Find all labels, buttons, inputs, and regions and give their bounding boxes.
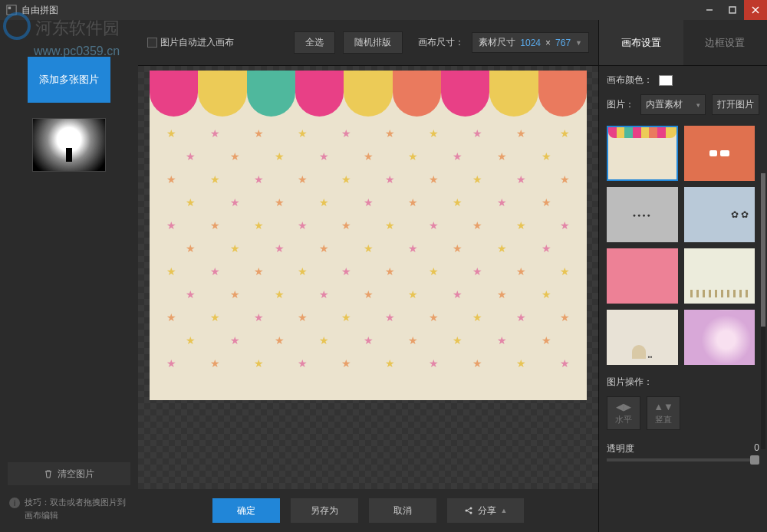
template-item[interactable] [607,187,678,242]
flip-v-icon: ▲▼ [653,401,673,412]
chevron-down-icon: ▾ [696,101,700,109]
svg-rect-3 [729,7,736,13]
opacity-slider[interactable] [607,458,759,461]
app-icon [6,5,17,15]
canvas-size-dropdown[interactable]: 素材尺寸 1024 × 767 ▼ [472,32,589,53]
right-panel: 画布设置 边框设置 画布颜色： 图片： 内置素材 ▾ 打开图片 [598,20,767,532]
image-source-dropdown[interactable]: 内置素材 ▾ [640,94,706,115]
flip-vertical-button[interactable]: ▲▼ 竖直 [647,396,680,430]
trash-icon [44,469,53,478]
chevron-up-icon: ▲ [501,507,508,514]
flip-horizontal-button[interactable]: ◀▶ 水平 [607,396,640,430]
cancel-button[interactable]: 取消 [369,498,436,523]
template-item[interactable] [684,187,755,242]
canvas-color-label: 画布颜色： [607,74,653,87]
template-item[interactable] [607,310,678,365]
tab-canvas-settings[interactable]: 画布设置 [599,20,683,65]
flip-h-icon: ◀▶ [616,401,631,412]
close-button[interactable] [744,0,767,20]
svg-line-10 [467,511,470,513]
save-as-button[interactable]: 另存为 [291,498,358,523]
bottombar: 确定 另存为 取消 分享 ▲ [138,489,598,532]
image-thumbnail[interactable] [32,118,106,172]
select-all-button[interactable]: 全选 [294,31,335,54]
template-item[interactable] [684,248,755,304]
auto-enter-label: 图片自动进入画布 [160,36,234,49]
template-item[interactable] [684,310,755,365]
add-images-button[interactable]: 添加多张图片 [28,57,110,103]
tip-text: i 技巧：双击或者拖拽图片到画布编辑 [8,493,130,524]
share-icon [464,506,473,515]
random-layout-button[interactable]: 随机排版 [343,31,403,54]
template-scrollbar[interactable] [761,173,765,449]
chevron-down-icon: ▼ [575,39,582,47]
canvas[interactable]: ★★★★★★★★★★ ★★★★★★★★★ ★★★★★★★★★★ ★★★★★★★★… [150,71,587,400]
auto-enter-checkbox[interactable] [147,38,157,48]
window-title: 自由拼图 [21,4,58,17]
template-grid [607,126,759,365]
svg-line-9 [467,509,470,511]
opacity-value: 0 [754,442,759,455]
image-ops-label: 图片操作： [607,376,759,389]
ok-button[interactable]: 确定 [212,498,280,523]
template-item[interactable] [684,126,755,181]
toolbar: 图片自动进入画布 全选 随机排版 画布尺寸： 素材尺寸 1024 × 767 ▼ [138,20,598,66]
minimize-button[interactable] [698,0,721,20]
svg-rect-1 [8,7,12,10]
titlebar: 自由拼图 [0,0,767,20]
canvas-color-swatch[interactable] [659,75,673,86]
canvas-area: ★★★★★★★★★★ ★★★★★★★★★ ★★★★★★★★★★ ★★★★★★★★… [138,66,598,489]
sidebar: 添加多张图片 清空图片 i 技巧：双击或者拖拽图片到画布编辑 [0,20,138,532]
canvas-size-label: 画布尺寸： [418,36,464,49]
image-source-label: 图片： [607,98,634,111]
open-image-button[interactable]: 打开图片 [712,94,759,115]
share-button[interactable]: 分享 ▲ [447,498,524,523]
template-item[interactable] [607,126,678,181]
opacity-label: 透明度 [607,442,634,455]
tab-border-settings[interactable]: 边框设置 [683,20,768,65]
maximize-button[interactable] [721,0,744,20]
template-item[interactable] [607,248,678,304]
clear-images-button[interactable]: 清空图片 [8,462,130,485]
info-icon: i [9,498,20,508]
